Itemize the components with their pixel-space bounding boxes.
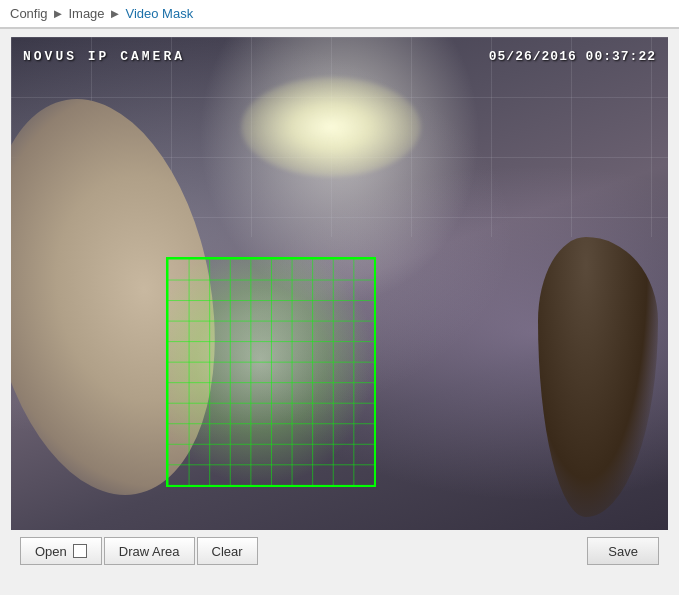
camera-timestamp: 05/26/2016 00:37:22 [489,49,656,64]
video-mask-overlay [166,257,376,487]
breadcrumb-config[interactable]: Config [10,6,48,21]
main-content: NOVUS IP CAMERA 05/26/2016 00:37:22 Open… [0,29,679,580]
open-button[interactable]: Open [20,537,102,565]
draw-area-button[interactable]: Draw Area [104,537,195,565]
breadcrumb-current: Video Mask [125,6,193,21]
open-label: Open [35,544,67,559]
camera-watermark: NOVUS IP CAMERA [23,49,185,64]
mask-grid [168,259,374,485]
breadcrumb-sep-1: ► [52,6,65,21]
camera-feed: NOVUS IP CAMERA 05/26/2016 00:37:22 [11,37,668,530]
clear-button[interactable]: Clear [197,537,258,565]
breadcrumb-sep-2: ► [109,6,122,21]
breadcrumb-image[interactable]: Image [68,6,104,21]
ceiling-light [241,77,421,177]
clear-label: Clear [212,544,243,559]
open-checkbox[interactable] [73,544,87,558]
save-button[interactable]: Save [587,537,659,565]
draw-area-label: Draw Area [119,544,180,559]
save-label: Save [608,544,638,559]
toolbar: Open Draw Area Clear Save [10,530,669,572]
breadcrumb: Config ► Image ► Video Mask [0,0,679,28]
